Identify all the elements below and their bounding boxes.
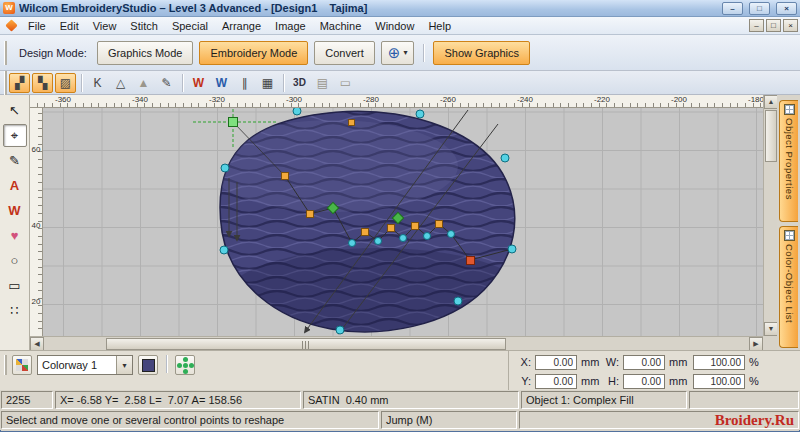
thumb-grip (302, 341, 311, 349)
pointer-info: X= -6.58 Y= 2.58 L= 7.07 A= 158.56 (55, 391, 301, 409)
pattern-grid-icon[interactable]: ▦ (257, 73, 278, 93)
tab-object-properties[interactable]: Object Properties (779, 100, 798, 222)
separator (423, 44, 424, 62)
menu-item-stitch[interactable]: Stitch (123, 19, 165, 33)
unit-label: mm (669, 356, 689, 368)
triangle-outline-icon[interactable]: △ (110, 73, 131, 93)
properties-icon (784, 104, 795, 115)
x-label: X: (517, 356, 531, 368)
vertical-scroll-thumb[interactable] (765, 110, 777, 162)
mdi-close-button[interactable]: × (783, 19, 798, 32)
wave-effect-red-icon[interactable]: W (188, 73, 209, 93)
tab-color-object-list[interactable]: Color-Object List (779, 226, 798, 348)
title-bar: W Wilcom EmbroideryStudio – Level 3 Adva… (0, 0, 800, 17)
width-field[interactable] (623, 355, 665, 370)
status-spacer: Broidery.Ru (519, 411, 799, 429)
colorway-select[interactable]: Colorway 1 ▾ (37, 355, 133, 375)
stitch-count: 2255 (1, 391, 53, 409)
unit-label: mm (581, 356, 601, 368)
embroidery-mode-button[interactable]: Embroidery Mode (199, 41, 308, 65)
select-tool[interactable]: ↖ (3, 99, 27, 122)
menu-bar: File Edit View Stitch Special Arrange Im… (0, 17, 800, 35)
hoop-globe-button[interactable]: ⊕ ▾ (381, 41, 415, 65)
ruler-label: -320 (203, 95, 231, 104)
close-button[interactable]: × (776, 2, 797, 15)
satin-stitch-select-icon[interactable]: ▚ (32, 73, 53, 93)
triangle-filled-icon[interactable]: ▲ (133, 73, 154, 93)
menu-item-arrange[interactable]: Arrange (215, 19, 268, 33)
lettering-tool[interactable]: A (3, 174, 27, 197)
design-canvas[interactable] (43, 108, 763, 336)
nodes-tool[interactable]: ∷ (3, 299, 27, 322)
frame-effect-icon[interactable]: ▭ (335, 73, 356, 93)
maximize-button[interactable]: □ (749, 2, 770, 15)
ellipse-tool[interactable]: ○ (3, 249, 27, 272)
shapes-tool[interactable]: ♥ (3, 224, 27, 247)
ruler-label: 40 (30, 221, 42, 230)
menu-item-machine[interactable]: Machine (313, 19, 369, 33)
status-spacer (689, 391, 799, 409)
exit-point-handle[interactable] (467, 257, 475, 265)
reshape-tool[interactable]: ⌖ (3, 124, 27, 147)
menu-item-window[interactable]: Window (368, 19, 421, 33)
edit-colorway-button[interactable] (175, 355, 195, 375)
y-field[interactable] (535, 374, 577, 389)
scroll-right-button[interactable]: ▶ (749, 337, 763, 351)
scroll-up-button[interactable]: ▲ (764, 95, 778, 109)
convert-button[interactable]: Convert (314, 41, 375, 65)
vertical-scrollbar[interactable]: ▲ ▼ (763, 95, 777, 336)
pencil-tool[interactable]: ✎ (3, 149, 27, 172)
three-d-toggle[interactable]: 3D (289, 73, 310, 93)
thread-colors-button[interactable] (12, 355, 32, 375)
chevron-down-icon[interactable]: ▾ (116, 356, 132, 374)
minimize-button[interactable]: – (722, 2, 743, 15)
menu-item-image[interactable]: Image (268, 19, 313, 33)
scroll-left-button[interactable]: ◀ (30, 337, 44, 351)
monogram-tool[interactable]: W (3, 199, 27, 222)
toolbar-grip[interactable] (4, 41, 7, 65)
scroll-down-button[interactable]: ▼ (764, 322, 778, 336)
menu-item-file[interactable]: File (21, 19, 53, 33)
menu-item-edit[interactable]: Edit (53, 19, 86, 33)
window-title: Wilcom EmbroideryStudio – Level 3 Advanc… (19, 2, 716, 14)
w-label: W: (605, 356, 619, 368)
mdi-restore-button[interactable]: □ (766, 19, 781, 32)
pen-effect-icon[interactable]: ✎ (156, 73, 177, 93)
current-color-button[interactable] (138, 355, 158, 375)
height-field[interactable] (623, 374, 665, 389)
show-graphics-button[interactable]: Show Graphics (433, 41, 530, 65)
parallel-columns-icon[interactable]: ∥ (234, 73, 255, 93)
ruler-label: -280 (357, 95, 385, 104)
texture-effect-icon[interactable]: ▤ (312, 73, 333, 93)
separator (81, 74, 82, 92)
horizontal-scroll-thumb[interactable] (106, 338, 506, 350)
unit-label: mm (669, 375, 689, 387)
arc-mode-icon[interactable]: K (87, 73, 108, 93)
rectangle-tool[interactable]: ▭ (3, 274, 27, 297)
separator (283, 74, 284, 92)
toolbox: ↖ ⌖ ✎ A W ♥ ○ ▭ ∷ (0, 95, 30, 350)
x-field[interactable] (535, 355, 577, 370)
ruler-label: -260 (434, 95, 462, 104)
menu-item-view[interactable]: View (86, 19, 124, 33)
toolbar-grip[interactable] (4, 71, 7, 95)
run-stitch-select-icon[interactable]: ▞ (9, 73, 30, 93)
menu-item-special[interactable]: Special (165, 19, 215, 33)
ruler-label: -360 (49, 95, 77, 104)
scrollbar-corner (763, 336, 777, 350)
graphics-mode-button[interactable]: Graphics Mode (97, 41, 194, 65)
wave-effect-blue-icon[interactable]: W (211, 73, 232, 93)
toolbar-grip[interactable] (4, 355, 7, 375)
colorway-value: Colorway 1 (38, 359, 116, 371)
horizontal-scrollbar[interactable]: ◀ ▶ (30, 336, 763, 350)
scale-y-field[interactable] (693, 374, 745, 389)
ruler-label: -340 (126, 95, 154, 104)
menu-item-help[interactable]: Help (421, 19, 458, 33)
status-bar: 2255 X= -6.58 Y= 2.58 L= 7.07 A= 158.56 … (0, 390, 800, 410)
fill-stitch-select-icon[interactable]: ▨ (55, 73, 76, 93)
ruler-label: -220 (588, 95, 616, 104)
scale-x-field[interactable] (693, 355, 745, 370)
anchor-handle[interactable] (229, 118, 238, 127)
mdi-minimize-button[interactable]: – (749, 19, 764, 32)
separator (166, 355, 167, 373)
